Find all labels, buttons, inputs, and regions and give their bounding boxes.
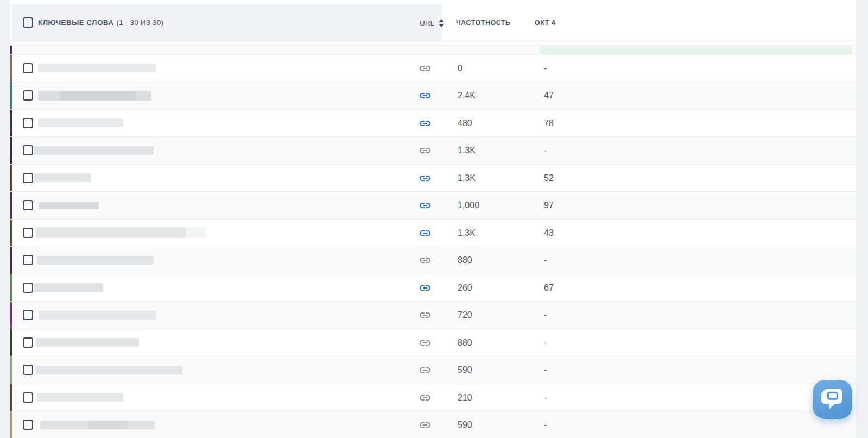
row-color-bar <box>10 82 12 109</box>
position-value: 43 <box>544 220 554 247</box>
keyword-pill <box>36 338 139 347</box>
position-value: 67 <box>544 274 554 302</box>
row-checkbox[interactable] <box>23 337 33 348</box>
position-value: 97 <box>544 192 554 220</box>
row-color-bar <box>10 329 12 356</box>
sort-arrows-icon[interactable] <box>439 19 444 27</box>
row-checkbox[interactable] <box>23 420 33 430</box>
row-color-bar <box>10 302 12 329</box>
position-value: 52 <box>544 165 554 192</box>
row-checkbox[interactable] <box>23 118 33 128</box>
row-checkbox[interactable] <box>23 255 33 265</box>
position-value: - <box>544 329 547 357</box>
keyword-pill <box>38 118 123 127</box>
sort-asc-icon <box>439 19 444 22</box>
frequency-value: 880 <box>458 329 472 357</box>
keyword-pill <box>38 64 156 72</box>
table-header: КЛЮЧЕВЫЕ СЛОВА(1 - 30 ИЗ 30) URL ЧАСТОТН… <box>12 4 856 41</box>
keyword-pill <box>34 173 91 182</box>
row-checkbox[interactable] <box>23 63 33 73</box>
table-row: 880 - <box>12 329 856 356</box>
url-link-icon[interactable] <box>419 418 432 431</box>
frequency-value: 720 <box>458 302 472 329</box>
chat-widget-button[interactable] <box>813 380 852 419</box>
row-checkbox[interactable] <box>23 365 33 375</box>
frequency-value: 1.3K <box>458 137 476 165</box>
position-value: - <box>544 411 547 438</box>
position-highlight-bar <box>539 46 853 54</box>
table-row: 880 - <box>12 246 856 274</box>
frequency-value: 880 <box>458 247 472 274</box>
url-link-icon[interactable] <box>419 199 432 212</box>
url-link-icon[interactable] <box>419 89 432 102</box>
keyword-pill <box>37 256 154 265</box>
frequency-value: 2.4K <box>458 82 476 110</box>
sort-desc-icon <box>439 24 444 27</box>
position-value: - <box>544 55 547 83</box>
keyword-pill-2 <box>186 227 206 238</box>
url-link-icon[interactable] <box>419 144 432 157</box>
row-checkbox[interactable] <box>23 283 33 293</box>
url-link-icon[interactable] <box>419 391 432 404</box>
row-color-bar <box>10 220 12 247</box>
position-value: - <box>544 137 547 165</box>
table-row: 590 - <box>12 411 856 438</box>
keywords-count: (1 - 30 ИЗ 30) <box>116 18 163 27</box>
keyword-pill <box>39 202 99 209</box>
table-row: 480 78 <box>12 109 856 137</box>
keywords-label: КЛЮЧЕВЫЕ СЛОВА <box>38 18 113 27</box>
row-color-bar <box>10 137 12 164</box>
row-color-bar <box>10 411 12 438</box>
row-checkbox[interactable] <box>23 90 33 101</box>
url-link-icon[interactable] <box>419 336 432 349</box>
partial-row-top <box>12 45 856 54</box>
row-checkbox[interactable] <box>23 200 33 210</box>
url-link-icon[interactable] <box>419 309 432 322</box>
row-color-bar <box>10 247 12 274</box>
table-row: 1.3K 43 <box>12 219 856 247</box>
row-color-bar <box>10 356 12 384</box>
table-row: 720 - <box>12 301 856 329</box>
table-rows: 0 - 2.4K 47 480 78 <box>12 54 856 438</box>
row-color-bar <box>10 384 12 411</box>
row-checkbox[interactable] <box>23 173 33 183</box>
row-checkbox[interactable] <box>23 392 33 403</box>
frequency-value: 480 <box>458 110 472 137</box>
url-label: URL <box>420 19 434 27</box>
frequency-value: 210 <box>458 384 472 412</box>
position-value: - <box>544 302 547 329</box>
table-row: 210 - <box>12 384 856 411</box>
row-color-bar <box>10 274 12 302</box>
table-row: 1.3K 52 <box>12 164 856 192</box>
select-all-checkbox[interactable] <box>23 17 33 28</box>
right-gutter <box>856 0 868 438</box>
table-row: 590 - <box>12 356 856 384</box>
table-row: 2.4K 47 <box>12 82 856 109</box>
keyword-pill-2 <box>60 91 136 101</box>
url-link-icon[interactable] <box>419 364 432 377</box>
url-link-icon[interactable] <box>419 227 432 240</box>
position-value: - <box>544 384 547 412</box>
url-column-header[interactable]: URL <box>420 4 444 41</box>
keywords-column-header: КЛЮЧЕВЫЕ СЛОВА(1 - 30 ИЗ 30) <box>38 4 163 41</box>
row-color-bar <box>10 165 12 192</box>
keywords-table-body: 0 - 2.4K 47 480 78 <box>12 45 856 438</box>
table-row: 260 67 <box>12 274 856 302</box>
chat-bubble-icon <box>814 380 852 418</box>
frequency-value: 1.3K <box>458 165 476 192</box>
row-color-bar <box>10 46 12 54</box>
frequency-value: 260 <box>458 274 472 302</box>
url-link-icon[interactable] <box>419 281 432 295</box>
table-row: 1.3K - <box>12 136 856 164</box>
frequency-value: 590 <box>458 411 472 438</box>
url-link-icon[interactable] <box>419 172 432 185</box>
row-checkbox[interactable] <box>23 310 33 320</box>
position-value: 78 <box>544 110 554 137</box>
url-link-icon[interactable] <box>419 254 432 267</box>
url-link-icon[interactable] <box>419 62 432 75</box>
row-checkbox[interactable] <box>23 145 33 155</box>
url-link-icon[interactable] <box>419 117 432 130</box>
frequency-value: 0 <box>458 55 462 83</box>
date-column-header: ОКТ 4 <box>535 4 555 41</box>
row-checkbox[interactable] <box>23 228 33 238</box>
